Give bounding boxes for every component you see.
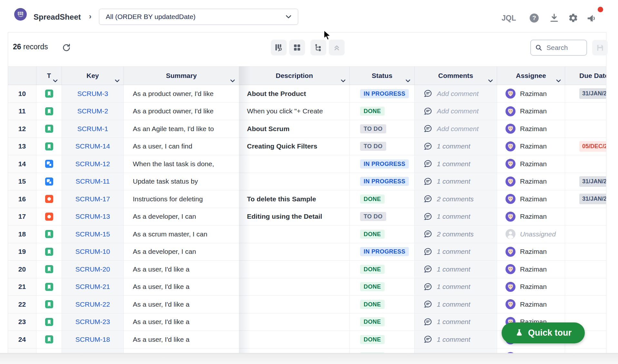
type-cell[interactable] [36, 85, 62, 102]
column-header-row-number[interactable] [8, 67, 36, 85]
assignee-cell[interactable]: Raziman [497, 278, 565, 296]
status-badge[interactable]: DONE [360, 317, 385, 326]
status-cell[interactable]: DONE [350, 349, 415, 354]
issue-key-link[interactable]: SCRUM-3 [77, 90, 108, 98]
due-date-cell[interactable]: 05/DEC/23 [565, 138, 606, 155]
comments-cell[interactable]: 1 comment [415, 331, 497, 348]
key-cell[interactable]: SCRUM-3 [62, 85, 124, 102]
quick-tour-button[interactable]: Quick tour [502, 322, 585, 343]
description-cell[interactable] [239, 313, 350, 331]
column-header-due-date[interactable]: Due Date [565, 67, 606, 85]
due-date-cell[interactable] [565, 261, 606, 278]
issue-key-link[interactable]: SCRUM-22 [75, 301, 110, 308]
key-cell[interactable]: SCRUM-1 [62, 120, 124, 138]
column-header-comments[interactable]: Comments [415, 67, 497, 85]
assignee-cell[interactable]: Raziman [497, 138, 565, 155]
key-cell[interactable]: SCRUM-12 [62, 155, 124, 173]
type-cell[interactable] [36, 261, 62, 278]
assignee-cell[interactable]: Raziman [497, 173, 565, 190]
issue-key-link[interactable]: SCRUM-18 [75, 336, 110, 343]
status-badge[interactable]: IN PROGRESS [360, 177, 409, 186]
issue-key-link[interactable]: SCRUM-15 [75, 230, 110, 238]
column-header-key[interactable]: Key [62, 67, 124, 85]
column-header-summary[interactable]: Summary [124, 67, 239, 85]
status-cell[interactable]: DONE [350, 313, 415, 331]
summary-cell[interactable]: Update task status by [124, 173, 239, 190]
type-cell[interactable] [36, 349, 62, 354]
assignee-cell[interactable]: Raziman [497, 85, 565, 102]
comments-cell[interactable]: 1 comment [415, 208, 497, 225]
status-cell[interactable]: DONE [350, 261, 415, 278]
status-cell[interactable]: IN PROGRESS [350, 243, 415, 261]
issue-key-link[interactable]: SCRUM-14 [75, 142, 110, 150]
type-cell[interactable] [36, 331, 62, 348]
summary-cell[interactable]: As a product owner, I'd like [124, 85, 239, 102]
summary-cell[interactable]: As a user, I'd like a [124, 278, 239, 296]
status-badge[interactable]: IN PROGRESS [360, 89, 409, 98]
summary-cell[interactable]: As a developer, I can [124, 208, 239, 225]
status-cell[interactable]: DONE [350, 331, 415, 348]
key-cell[interactable]: SCRUM-10 [62, 243, 124, 261]
comments-cell[interactable]: 1 comment [415, 155, 497, 173]
row-number-cell[interactable]: 19 [8, 243, 36, 261]
comments-cell[interactable]: 1 comment [415, 173, 497, 190]
row-number-cell[interactable]: 15 [8, 173, 36, 190]
issue-key-link[interactable]: SCRUM-21 [75, 283, 110, 291]
row-number-cell[interactable]: 22 [8, 296, 36, 313]
summary-cell[interactable]: As a user, I can find [124, 138, 239, 155]
summary-cell[interactable]: When the last task is done, [124, 155, 239, 173]
comments-cell[interactable]: 2 comments [415, 225, 497, 243]
status-badge[interactable]: DONE [360, 300, 385, 309]
issue-key-link[interactable]: SCRUM-12 [75, 160, 110, 168]
description-cell[interactable] [239, 225, 350, 243]
assignee-cell[interactable]: Raziman [497, 261, 565, 278]
column-header-t[interactable]: T [36, 67, 62, 85]
status-cell[interactable]: TO DO [350, 138, 415, 155]
column-header-description[interactable]: Description [239, 67, 350, 85]
due-date-cell[interactable] [565, 349, 606, 354]
issue-key-link[interactable]: SCRUM-1 [77, 125, 108, 133]
row-number-cell[interactable]: 12 [8, 120, 36, 138]
row-number-cell[interactable]: 24 [8, 331, 36, 348]
search-input[interactable] [546, 43, 582, 52]
status-badge[interactable]: IN PROGRESS [360, 159, 409, 168]
summary-cell[interactable]: Instructions for deleting [124, 190, 239, 208]
description-cell[interactable] [239, 261, 350, 278]
status-cell[interactable]: TO DO [350, 208, 415, 225]
column-header-assignee[interactable]: Assignee [497, 67, 565, 85]
description-cell[interactable] [239, 243, 350, 261]
issue-key-link[interactable]: SCRUM-17 [75, 195, 110, 203]
row-number-cell[interactable]: 11 [8, 103, 36, 120]
summary-cell[interactable]: As a user, I'd like a [124, 331, 239, 348]
key-cell[interactable]: SCRUM-18 [62, 331, 124, 348]
type-cell[interactable] [36, 173, 62, 190]
description-cell[interactable]: When you click "+ Create [239, 103, 350, 120]
description-cell[interactable] [239, 278, 350, 296]
summary-cell[interactable]: As a scrum master, I can [124, 225, 239, 243]
key-cell[interactable]: SCRUM-2 [62, 103, 124, 120]
status-cell[interactable]: DONE [350, 278, 415, 296]
status-cell[interactable]: DONE [350, 103, 415, 120]
row-number-cell[interactable]: 16 [8, 190, 36, 208]
status-badge[interactable]: DONE [360, 335, 385, 344]
comments-cell[interactable]: Add comment [415, 103, 497, 120]
comments-cell[interactable]: 1 comment [415, 313, 497, 331]
description-cell[interactable]: About Scrum [239, 120, 350, 138]
type-cell[interactable] [36, 155, 62, 173]
summary-cell[interactable]: As a user, I'd like a [124, 349, 239, 354]
row-number-cell[interactable]: 25 [8, 349, 36, 354]
type-cell[interactable] [36, 313, 62, 331]
due-date-cell[interactable] [565, 225, 606, 243]
hierarchy-view-button[interactable] [310, 40, 326, 55]
status-badge[interactable]: DONE [360, 195, 385, 204]
key-cell[interactable]: SCRUM-21 [62, 278, 124, 296]
description-cell[interactable] [239, 155, 350, 173]
settings-gear-icon[interactable] [568, 13, 578, 23]
key-cell[interactable]: SCRUM-22 [62, 296, 124, 313]
type-cell[interactable] [36, 296, 62, 313]
help-icon[interactable]: ? [530, 14, 539, 23]
status-badge[interactable]: TO DO [360, 124, 386, 133]
card-view-button[interactable] [289, 40, 305, 55]
type-cell[interactable] [36, 138, 62, 155]
due-date-cell[interactable] [565, 243, 606, 261]
